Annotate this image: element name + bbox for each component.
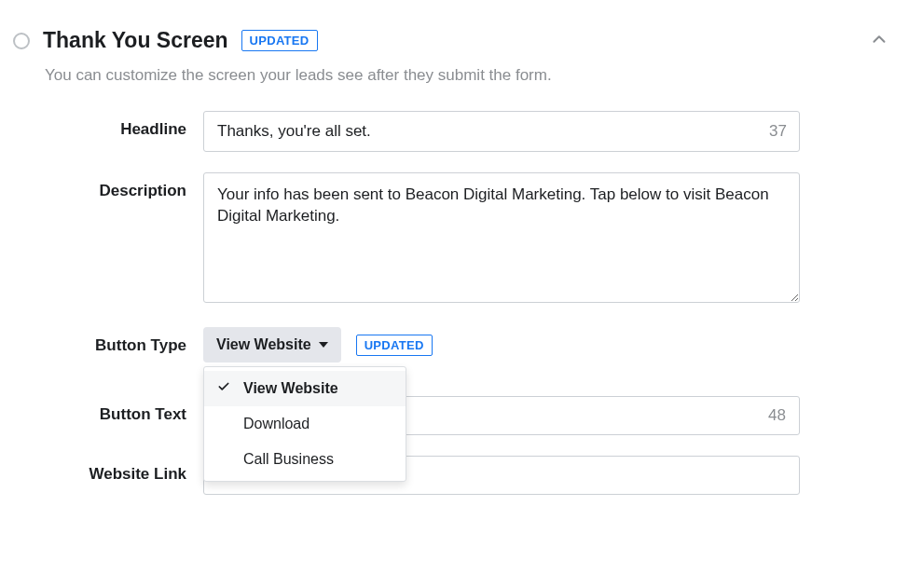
description-row: Description <box>45 172 895 307</box>
updated-badge: UPDATED <box>241 30 318 51</box>
headline-label: Headline <box>45 111 203 139</box>
button-type-dropdown[interactable]: View Website <box>203 327 341 362</box>
button-type-label: Button Type <box>45 327 203 355</box>
dropdown-option-call-business[interactable]: Call Business <box>204 442 406 477</box>
chevron-up-icon[interactable] <box>869 29 889 53</box>
website-link-row: Website Link <box>45 456 895 495</box>
button-text-char-count: 48 <box>768 406 786 425</box>
button-type-control: View Website UPDATED View Website Downlo… <box>203 327 800 362</box>
dropdown-option-download[interactable]: Download <box>204 406 406 442</box>
caret-down-icon <box>319 342 328 348</box>
dropdown-option-label: Download <box>243 416 310 432</box>
headline-control: 37 <box>203 111 800 152</box>
headline-char-count: 37 <box>769 122 787 141</box>
button-type-updated-badge: UPDATED <box>356 335 433 356</box>
section-radio[interactable] <box>13 33 30 49</box>
section-description: You can customize the screen your leads … <box>45 66 895 85</box>
headline-row: Headline 37 <box>45 111 895 152</box>
description-label: Description <box>45 172 203 200</box>
dropdown-option-label: View Website <box>243 380 338 397</box>
form-rows: Headline 37 Description Button Type View… <box>45 111 895 495</box>
check-icon <box>217 380 230 397</box>
dropdown-option-label: Call Business <box>243 451 334 468</box>
button-text-label: Button Text <box>45 396 203 424</box>
dropdown-option-view-website[interactable]: View Website <box>204 371 406 406</box>
section-header: Thank You Screen UPDATED <box>13 28 895 53</box>
headline-input[interactable] <box>203 111 800 152</box>
website-link-label: Website Link <box>45 456 203 484</box>
description-control <box>203 172 800 307</box>
button-text-row: Button Text 48 <box>45 396 895 435</box>
section-title: Thank You Screen <box>43 28 228 53</box>
button-type-menu: View Website Download Call Business <box>203 366 406 482</box>
button-type-row: Button Type View Website UPDATED View We… <box>45 327 895 362</box>
button-type-selected: View Website <box>216 336 311 353</box>
description-textarea[interactable] <box>203 172 800 303</box>
